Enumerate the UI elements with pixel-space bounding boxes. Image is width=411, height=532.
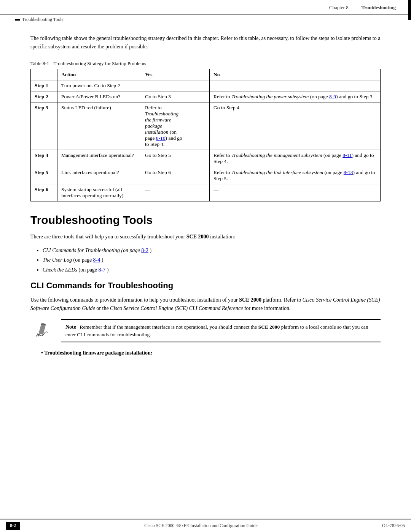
step-label: Step 2 — [31, 91, 57, 102]
step-no: Refer to Troubleshooting the management … — [210, 150, 381, 167]
list-item: The User Log (on page 8-4 ) — [43, 255, 381, 265]
breadcrumb: Troubleshooting Tools — [0, 14, 411, 25]
subsection-cli-text: Use the following commands to provide in… — [30, 296, 381, 313]
table-caption-bold: Table 8-1 — [30, 61, 49, 66]
footer-left: 8-2 — [6, 522, 20, 530]
footer-page-number: 8-2 — [6, 522, 20, 530]
table-row: Step 3 Status LED red (failure) Refer to… — [31, 102, 381, 150]
step-no: Refer to Troubleshooting the link interf… — [210, 167, 381, 184]
bullet-item-3-link[interactable]: 8-7 — [99, 267, 106, 273]
step-label: Step 6 — [31, 184, 57, 201]
note-box: Note Remember that if the management int… — [61, 319, 381, 343]
step-label: Step 4 — [31, 150, 57, 167]
note-label: Note — [65, 324, 76, 330]
step-yes — [141, 80, 210, 91]
col-header-no: No — [210, 69, 381, 80]
ref-book-2: Cisco Service Control Engine (SCE) CLI C… — [110, 305, 243, 311]
step-action: Management interface operational? — [57, 150, 141, 167]
bullet-item-3-normal: (on page — [78, 267, 98, 273]
step-no: — — [210, 184, 381, 201]
header-accent-bar — [408, 0, 411, 20]
step-yes: Refer toTroubleshootingthe firmwarepacka… — [141, 102, 210, 150]
step-yes: — — [141, 184, 210, 201]
step-action: Power A/Power B LEDs on? — [57, 91, 141, 102]
note-label-box: Note Remember that if the management int… — [61, 319, 381, 343]
step-label: Step 3 — [31, 102, 57, 150]
bullet-item-3-suffix: ) — [107, 267, 109, 273]
step-label: Step 1 — [31, 80, 57, 91]
note-area: Note Remember that if the management int… — [30, 319, 381, 343]
sce-2000-bold-2: SCE 2000 — [258, 324, 280, 330]
col-header-yes: Yes — [141, 69, 210, 80]
bottom-bullet-text: Troubleshooting firmware package install… — [44, 350, 152, 356]
step-label: Step 5 — [31, 167, 57, 184]
bullet-item-2-suffix: ) — [102, 257, 104, 263]
breadcrumb-label: Troubleshooting Tools — [22, 17, 63, 22]
bullet-item-1-suffix: ) — [150, 248, 151, 253]
pencil-icon — [33, 321, 53, 340]
table-row: Step 4 Management interface operational?… — [31, 150, 381, 167]
intro-paragraph: The following table shows the general tr… — [30, 34, 381, 51]
bottom-bullet-item: • Troubleshooting firmware package insta… — [41, 350, 381, 356]
step-yes: Go to Step 6 — [141, 167, 210, 184]
troubleshooting-table: Action Yes No Step 1 Turn power on. Go t… — [30, 69, 381, 201]
note-text: Remember that if the management interfac… — [65, 324, 368, 337]
bullet-item-2-link[interactable]: 8-4 — [93, 257, 100, 263]
table-row: Step 6 System startup successful (all in… — [31, 184, 381, 201]
note-content-wrapper: Note Remember that if the management int… — [61, 319, 381, 343]
step-action: Status LED red (failure) — [57, 102, 141, 150]
footer-right: OL-7826-05 — [382, 523, 405, 529]
chapter-label: Chapter 8 — [329, 5, 349, 11]
col-header-action: Action — [57, 69, 141, 80]
table-row: Step 2 Power A/Power B LEDs on? Go to St… — [31, 91, 381, 102]
section-heading-tools: Troubleshooting Tools — [30, 214, 381, 227]
step-action: Turn power on. Go to Step 2 — [57, 80, 141, 91]
step-action: Link interfaces operational? — [57, 167, 141, 184]
page-header: Chapter 8 Troubleshooting — [0, 0, 411, 14]
bullet-item-3-italic: Check the LEDs — [43, 267, 77, 273]
section-intro-text: There are three tools that will help you… — [30, 233, 381, 241]
step-action: System startup successful (all interface… — [57, 184, 141, 201]
step-no — [210, 80, 381, 91]
footer-center: Cisco SCE 2000 4/8xFE Installation and C… — [144, 523, 258, 529]
bullet-item-1-normal: (on page — [121, 248, 141, 253]
note-icon-area — [30, 319, 55, 340]
table-caption: Table 8-1 Troubleshooting Strategy for S… — [30, 61, 381, 67]
step-no: Refer to Troubleshooting the power subsy… — [210, 91, 381, 102]
step-yes: Go to Step 5 — [141, 150, 210, 167]
table-caption-rest: Troubleshooting Strategy for Startup Pro… — [54, 61, 147, 66]
bullet-item-1-link[interactable]: 8-2 — [141, 248, 148, 253]
list-item: Check the LEDs (on page 8-7 ) — [43, 265, 381, 275]
table-row: Step 1 Turn power on. Go to Step 2 — [31, 80, 381, 91]
step-no: Go to Step 4 — [210, 102, 381, 150]
bullet-item-2-italic: The User Log — [43, 257, 72, 263]
page-footer: 8-2 Cisco SCE 2000 4/8xFE Installation a… — [0, 519, 411, 532]
bullet-item-1-italic: CLI Commands for Troubleshooting — [43, 248, 120, 253]
bullet-item-2-normal: (on page — [73, 257, 93, 263]
chapter-title: Troubleshooting — [361, 5, 396, 11]
main-content: The following table shows the general tr… — [0, 25, 411, 371]
sce-2000-bold-1: SCE 2000 — [239, 297, 261, 303]
list-item: CLI Commands for Troubleshooting (on pag… — [43, 246, 381, 255]
step-yes: Go to Step 3 — [141, 91, 210, 102]
breadcrumb-box — [15, 19, 20, 21]
table-row: Step 5 Link interfaces operational? Go t… — [31, 167, 381, 184]
subsection-heading-cli: CLI Commands for Troubleshooting — [30, 281, 381, 291]
table-header-row: Action Yes No — [31, 69, 381, 80]
col-header-empty — [31, 69, 57, 80]
tools-bullet-list: CLI Commands for Troubleshooting (on pag… — [43, 246, 381, 275]
